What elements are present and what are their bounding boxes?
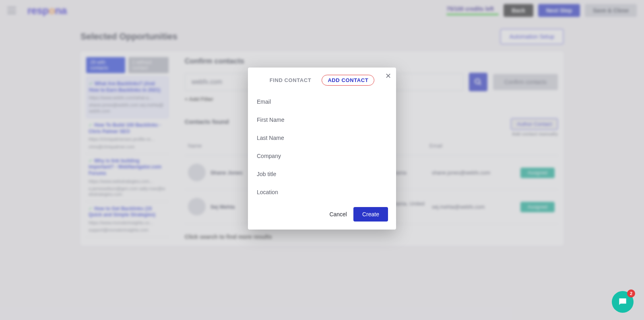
cancel-button[interactable]: Cancel (329, 211, 347, 217)
chat-badge: 2 (627, 289, 635, 297)
company-field[interactable] (256, 147, 388, 165)
close-icon[interactable]: ✕ (385, 72, 391, 80)
last-name-field[interactable] (256, 129, 388, 147)
chat-icon (617, 297, 628, 307)
create-button[interactable]: Create (353, 207, 388, 222)
tab-add-contact[interactable]: ADD CONTACT (322, 75, 374, 86)
email-field[interactable] (256, 93, 388, 111)
tab-find-contact[interactable]: FIND CONTACT (270, 77, 312, 83)
chat-widget[interactable]: 2 (612, 291, 634, 313)
location-field[interactable] (256, 183, 388, 201)
first-name-field[interactable] (256, 111, 388, 129)
add-contact-modal: ✕ FIND CONTACT ADD CONTACT Cancel Create (248, 68, 396, 230)
job-title-field[interactable] (256, 165, 388, 183)
